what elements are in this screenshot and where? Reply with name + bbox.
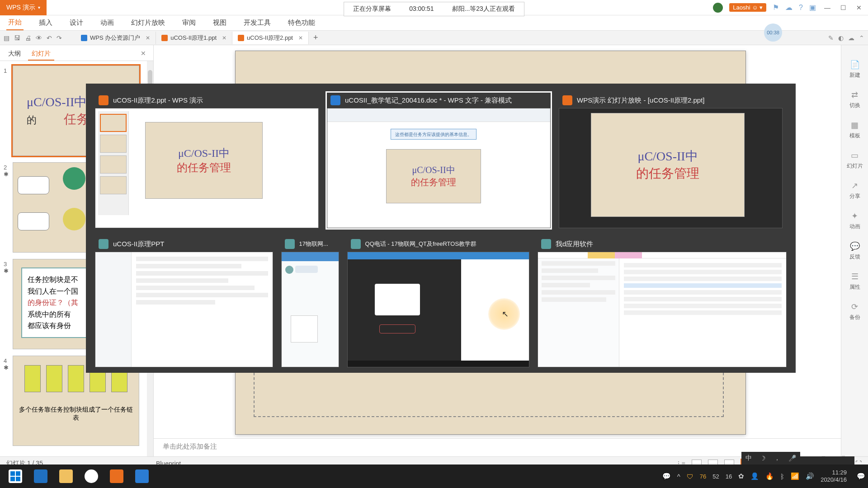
rs-feedback[interactable]: 💬反馈 — [841, 236, 868, 266]
theme-icon[interactable]: ◐ — [838, 34, 844, 42]
dropdown-icon: ▾ — [38, 5, 40, 10]
tb-explorer[interactable] — [53, 466, 79, 486]
collapse-icon[interactable]: ⌃ — [859, 34, 864, 42]
alttab-tile-wps[interactable]: uCOS-II原理2.ppt - WPS 演示 μC/OS-II中 的任务管理 — [95, 93, 319, 228]
taskbar: 💬 ^ 🛡 76 52 16 ✿ 👤 🔥 ᛒ 📶 🔊 11:29 2020/4/… — [0, 465, 868, 488]
ribbon-tab-home[interactable]: 开始 — [6, 15, 24, 30]
preview — [347, 252, 529, 367]
cloud2-icon[interactable]: ☁ — [848, 34, 854, 42]
doc-tab-ppt2[interactable]: uCOS-II原理2.ppt ✕ — [232, 32, 309, 44]
ribbon-tab-slideshow[interactable]: 幻灯片放映 — [129, 16, 167, 30]
qat-undo-icon[interactable]: ↶ — [47, 34, 52, 42]
doc-tab-portal[interactable]: WPS 办公资源门户 ✕ — [75, 32, 156, 44]
notes-area[interactable]: 单击此处添加备注 — [154, 438, 841, 456]
app-name: WPS 演示 — [6, 4, 35, 12]
preview — [95, 252, 273, 367]
file-icon — [81, 35, 87, 41]
help-icon[interactable]: ? — [799, 4, 803, 12]
start-button[interactable] — [3, 466, 28, 486]
close-icon[interactable]: ✕ — [298, 35, 303, 41]
tray-up-icon[interactable]: ^ — [677, 473, 680, 480]
rs-slide[interactable]: ▭幻灯片 — [841, 145, 868, 175]
share-elapsed: 03:00:51 — [409, 5, 434, 13]
app-icon — [285, 239, 295, 249]
qat-print-icon[interactable]: 🖨 — [25, 34, 31, 42]
app-icon — [562, 95, 572, 105]
tray-person-icon[interactable]: 👤 — [750, 472, 759, 480]
record-timer[interactable]: 00:38 — [764, 23, 782, 42]
ribbon-tab-design[interactable]: 设计 — [68, 16, 85, 30]
tb-wps-w[interactable] — [129, 466, 155, 486]
tray-wifi-icon[interactable]: 📶 — [791, 472, 799, 480]
maximize-button[interactable]: ☐ — [839, 4, 848, 11]
avatar[interactable] — [713, 3, 723, 13]
panel-close-icon[interactable]: ✕ — [137, 48, 150, 59]
tb-edge[interactable] — [28, 466, 53, 486]
tray-flower-icon[interactable]: ✿ — [738, 472, 744, 480]
alttab-tile-qqcall[interactable]: QQ电话 - 17物联网_QT及freeRTOS教学群 — [347, 236, 529, 367]
outline-tab[interactable]: 大纲 — [5, 48, 24, 61]
rs-new[interactable]: 📄新建 — [841, 54, 868, 84]
rs-props[interactable]: ☰属性 — [841, 266, 868, 296]
props-icon: ☰ — [851, 272, 859, 282]
qat-menu-icon[interactable]: ▤ — [4, 34, 9, 42]
alttab-tile-explorer1[interactable]: uCOS-II原理PPT — [95, 236, 273, 367]
add-tab-button[interactable]: + — [309, 33, 323, 42]
tray-fire-icon[interactable]: 🔥 — [765, 472, 774, 480]
tray-volume-icon[interactable]: 🔊 — [806, 472, 814, 480]
tb-wps-p[interactable] — [104, 466, 129, 486]
taskbar-clock[interactable]: 11:29 2020/4/16 — [821, 469, 850, 483]
rs-template[interactable]: ▦模板 — [841, 115, 868, 145]
close-button[interactable]: ✕ — [854, 4, 863, 11]
ime-lang-icon: 中 — [745, 454, 752, 462]
tray-num1: 76 — [700, 473, 706, 480]
minimize-button[interactable]: — — [822, 4, 832, 11]
slides-tab[interactable]: 幻灯片 — [28, 48, 54, 61]
tray-chat-icon[interactable]: 💬 — [662, 472, 671, 480]
ribbon-tab-view[interactable]: 视图 — [211, 16, 228, 30]
cloud-icon[interactable]: ☁ — [785, 3, 793, 12]
app-icon — [99, 95, 108, 105]
rs-backup[interactable]: ⟳备份 — [841, 296, 868, 327]
app-badge[interactable]: WPS 演示 ▾ — [0, 0, 47, 15]
tray-bt-icon[interactable]: ᛒ — [780, 473, 784, 480]
tray-shield-icon[interactable]: 🛡 — [687, 473, 693, 480]
alttab-tile-doc[interactable]: uCOSII_教学笔记_200416.doc * - WPS 文字 - 兼容模式… — [327, 93, 551, 228]
ribbon-tab-insert[interactable]: 插入 — [37, 16, 54, 30]
skin-icon[interactable]: ✎ — [828, 34, 834, 42]
ribbon-tabs: 开始 插入 设计 动画 幻灯片放映 审阅 视图 开发工具 特色功能 — [0, 15, 868, 31]
left-panel-tabs: 大纲 幻灯片 ✕ — [0, 45, 153, 61]
tray-num3: 16 — [726, 473, 732, 480]
alttab-tile-slideshow[interactable]: WPS演示 幻灯片放映 - [uCOS-II原理2.ppt] μC/OS-II中… — [559, 93, 783, 228]
qat-save-icon[interactable]: 🖫 — [14, 34, 20, 42]
alttab-tile-chat[interactable]: 17物联网... — [281, 236, 339, 367]
ime-bar[interactable]: 中 ☽ ， 🎤 — [741, 452, 800, 465]
rs-switch[interactable]: ⇄切换 — [841, 84, 868, 115]
window-icon[interactable]: ▣ — [809, 3, 816, 12]
app-icon — [330, 95, 340, 105]
tb-qq[interactable] — [79, 466, 104, 486]
gift-icon[interactable]: ⚑ — [773, 3, 779, 12]
close-icon[interactable]: ✕ — [146, 35, 150, 41]
preview: μC/OS-II中 的任务管理 — [95, 108, 319, 228]
rs-anim[interactable]: ✦动画 — [841, 206, 868, 236]
alttab-tile-explorer2[interactable]: 我d应用软件 — [538, 236, 787, 367]
file-icon — [238, 35, 244, 41]
ribbon-tab-anim[interactable]: 动画 — [99, 16, 116, 30]
preview: μC/OS-II中 的任务管理 — [559, 108, 783, 228]
title-bar: WPS 演示 ▾ 正在分享屏幕 03:00:51 郝阳...等23人正在观看 L… — [0, 0, 868, 15]
template-icon: ▦ — [851, 120, 859, 130]
qat-redo-icon[interactable]: ↷ — [57, 34, 62, 42]
user-name-badge[interactable]: Laoshi ☺ ▾ — [729, 3, 766, 12]
rs-share[interactable]: ↗分享 — [841, 175, 868, 206]
ribbon-tab-review[interactable]: 审阅 — [180, 16, 198, 30]
doc-tab-ppt1[interactable]: uCOS-II原理1.ppt ✕ — [156, 32, 232, 44]
backup-icon: ⟳ — [851, 302, 858, 312]
qat-preview-icon[interactable]: 👁 — [36, 34, 42, 42]
tray-notif-icon[interactable]: 💬 — [857, 472, 865, 480]
document-tabs: WPS 办公资源门户 ✕ uCOS-II原理1.ppt ✕ uCOS-II原理2… — [75, 32, 323, 44]
ribbon-tab-feature[interactable]: 特色功能 — [286, 16, 317, 30]
ribbon-tab-dev[interactable]: 开发工具 — [242, 16, 273, 30]
tray-num2: 52 — [712, 473, 719, 480]
close-icon[interactable]: ✕ — [222, 35, 226, 41]
